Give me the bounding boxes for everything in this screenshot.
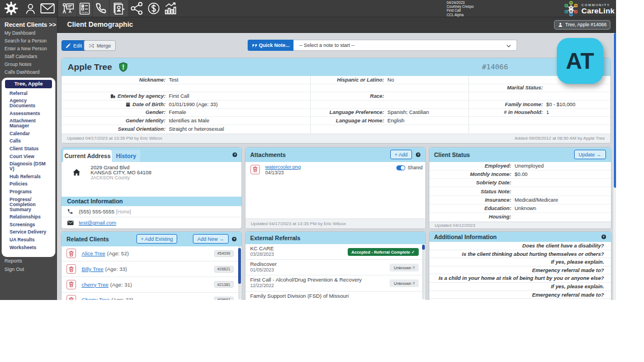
status-row: Sobriety Date: bbox=[429, 179, 611, 187]
client-status-footer: Updated 04/12/2023 bbox=[429, 222, 611, 228]
delete-attachment-button[interactable] bbox=[250, 165, 260, 174]
main-scrollbar-thumb[interactable] bbox=[614, 33, 617, 188]
question-row: If yes, please explain. bbox=[429, 258, 611, 266]
delete-related-client-button[interactable] bbox=[67, 295, 76, 300]
client-nav-item[interactable]: Screenings bbox=[10, 222, 48, 227]
quick-note-select[interactable]: -- Select a note to start -- bbox=[293, 40, 517, 51]
client-nav-item[interactable]: UA Results bbox=[10, 237, 48, 242]
info-icon[interactable]: ? bbox=[232, 237, 236, 241]
add-attachment-button[interactable]: + Add bbox=[390, 150, 412, 159]
client-nav-item[interactable]: Court View bbox=[10, 154, 48, 159]
client-nav-item[interactable]: Programs bbox=[10, 189, 48, 194]
sidebar-menu-item[interactable]: My Dashboard bbox=[4, 29, 47, 37]
email-link[interactable]: test@gmail.com bbox=[79, 220, 116, 226]
related-client-link[interactable]: cherry Tree bbox=[82, 282, 108, 288]
field-label: Entered by agency: bbox=[61, 93, 165, 99]
attachments-title: Attachments bbox=[250, 151, 286, 158]
client-nav-item[interactable]: Policies bbox=[10, 182, 48, 187]
client-nav-item[interactable]: Client Status bbox=[10, 146, 48, 151]
additional-information-rows: Does the client have a disability?Is the… bbox=[429, 242, 611, 299]
related-clients-title: Related Clients bbox=[67, 236, 109, 242]
attachment-row: watercooler.png 04/13/23 Shared bbox=[250, 165, 423, 175]
info-icon[interactable]: ? bbox=[233, 153, 237, 157]
related-clients-scrollbar[interactable] bbox=[238, 246, 241, 299]
related-client-id-badge: #09667 bbox=[214, 297, 234, 300]
client-nav-item[interactable]: Calendar bbox=[10, 131, 48, 136]
question-row: Is a child in your home at risk of being… bbox=[429, 274, 611, 283]
client-nav-menu: ReferralAgency DocumentsAssessmentsAttac… bbox=[10, 91, 48, 250]
billing-menu-button[interactable] bbox=[146, 0, 162, 17]
bar-chart-icon bbox=[163, 1, 178, 16]
main-scrollbar[interactable] bbox=[613, 33, 616, 300]
external-referrals-title: External Referrals bbox=[250, 235, 301, 241]
tab-history[interactable]: History bbox=[112, 150, 140, 163]
sidebar-menu-item[interactable]: Group Notes bbox=[4, 60, 47, 68]
delete-related-client-button[interactable] bbox=[67, 280, 76, 289]
forms-menu-button[interactable] bbox=[77, 0, 92, 17]
top-icon-bar: 04/24/2023 Courtney Crespo First Call CC… bbox=[0, 0, 616, 17]
delete-related-client-button[interactable] bbox=[67, 249, 76, 258]
sidebar-footer-item[interactable]: Reports bbox=[4, 257, 24, 265]
client-nav-item[interactable]: Worksheets bbox=[10, 245, 48, 250]
client-nav-item[interactable]: Service Delivery bbox=[10, 230, 48, 235]
training-menu-button[interactable] bbox=[58, 0, 77, 17]
reports-menu-button[interactable] bbox=[162, 0, 179, 17]
add-new-button[interactable]: Add New → bbox=[193, 234, 229, 244]
alert-shield-icon[interactable] bbox=[119, 62, 128, 72]
address-body: 2029 Grand Blvd KANSAS CITY, MO 64108 JA… bbox=[61, 162, 242, 197]
status-value: Medicaid/Medicare bbox=[512, 197, 558, 203]
related-clients-header: Related Clients + Add Existing Add New →… bbox=[61, 232, 242, 246]
related-client-link[interactable]: Cherry Tree bbox=[82, 297, 110, 300]
page-title-bar: Client Demographic Tree, Apple #14066 bbox=[57, 17, 616, 33]
updated-stamp: Updated 04/17/2023 at 13:35 PM by Eric W… bbox=[67, 136, 162, 141]
quick-note-button[interactable]: Quick Note... bbox=[248, 40, 293, 51]
person-menu-button[interactable] bbox=[22, 0, 38, 17]
chevron-down-icon bbox=[506, 45, 511, 47]
delete-related-client-button[interactable] bbox=[67, 264, 76, 274]
external-referrals-panel: External Referrals KC CARE 03/28/2023 Ac… bbox=[245, 232, 426, 300]
client-nav-item[interactable]: Assessments bbox=[10, 111, 48, 116]
current-client-chip[interactable]: Tree, Apple #14066 bbox=[554, 20, 610, 30]
address-panel: Current Address History ? 2029 Grand Blv… bbox=[61, 147, 242, 228]
related-client-link[interactable]: Alice Tree bbox=[82, 250, 105, 256]
client-nav-item[interactable]: Agency Documents bbox=[10, 98, 48, 108]
tab-current-address[interactable]: Current Address bbox=[63, 150, 112, 163]
status-row: Insurance: Medicaid/Medicare bbox=[429, 196, 611, 204]
update-status-button[interactable]: Update → bbox=[574, 150, 606, 159]
share-menu-button[interactable] bbox=[128, 0, 146, 17]
client-nav-item[interactable]: Hub Referrals bbox=[10, 174, 48, 179]
merge-button[interactable]: Merge bbox=[84, 40, 116, 51]
sidebar-client-name[interactable]: Tree, Apple bbox=[5, 80, 52, 88]
add-existing-button[interactable]: + Add Existing bbox=[136, 234, 177, 244]
client-avatar: AT bbox=[557, 38, 603, 84]
sidebar-menu-item[interactable]: Calls Dashboard bbox=[4, 68, 47, 76]
info-icon[interactable]: ? bbox=[416, 153, 420, 157]
sidebar-menu-item[interactable]: Enter a New Person bbox=[4, 45, 47, 53]
client-nav-item[interactable]: Diagnosis (DSM V) bbox=[10, 161, 48, 172]
client-nav-item[interactable]: Progress/ Completion Summary bbox=[10, 197, 48, 212]
messages-menu-button[interactable] bbox=[38, 0, 57, 17]
client-nav-item[interactable]: Calls bbox=[10, 139, 48, 144]
client-nav-item[interactable]: Relationships bbox=[10, 215, 48, 220]
related-client-link[interactable]: Billy Tree bbox=[82, 266, 103, 272]
sidebar-menu-item[interactable]: Search for a Person bbox=[4, 37, 47, 45]
shared-toggle[interactable] bbox=[396, 165, 405, 170]
external-referrals-scrollbar[interactable] bbox=[422, 244, 425, 299]
sidebar-footer-item[interactable]: Sign Out bbox=[4, 265, 24, 274]
status-row: Employed: Unemployed bbox=[429, 162, 611, 170]
client-nav-item[interactable]: Attachment Manager bbox=[10, 118, 48, 128]
client-status-panel: Client Status Update → Employed: Unemplo… bbox=[429, 147, 611, 228]
status-label: Status Note: bbox=[429, 189, 512, 194]
settings-menu-button[interactable] bbox=[0, 0, 22, 17]
sidebar-menu-item[interactable]: Staff Calendars bbox=[4, 53, 47, 60]
field-label: Nickname: bbox=[61, 77, 165, 83]
info-icon[interactable]: ? bbox=[602, 235, 606, 239]
client-nav-item[interactable]: Referral bbox=[10, 91, 48, 96]
edit-button[interactable]: Edit bbox=[61, 40, 86, 51]
attachment-file-link[interactable]: watercooler.png bbox=[266, 164, 301, 170]
enroll-client-menu-button[interactable] bbox=[109, 0, 128, 17]
recent-clients-toggle[interactable]: Recent Clients >> bbox=[4, 21, 56, 28]
referral-name: Family Support Division (FSD) of Missour… bbox=[250, 293, 419, 299]
calls-menu-button[interactable] bbox=[92, 0, 109, 17]
trash-icon bbox=[68, 250, 74, 257]
